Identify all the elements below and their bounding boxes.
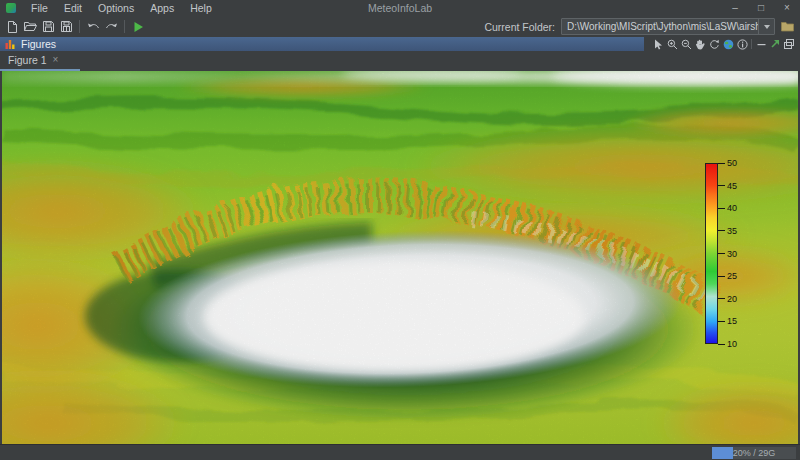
memory-usage-widget[interactable]: 20% / 29G <box>712 447 796 459</box>
figures-panel-titlebar[interactable]: Figures <box>0 37 644 51</box>
panel-minimize-button[interactable] <box>754 38 768 51</box>
window-controls: – □ × <box>722 0 800 16</box>
dock-windows-icon <box>784 39 794 49</box>
colorbar-gradient <box>705 163 718 344</box>
zoom-out-icon <box>681 39 692 50</box>
volume-render-scene <box>2 71 798 444</box>
undo-icon <box>87 22 100 32</box>
globe-icon <box>723 39 734 50</box>
memory-usage-text: 20% / 29G <box>712 447 796 459</box>
zoom-in-icon <box>667 39 678 50</box>
current-folder-combobox[interactable]: D:\Working\MIScript\Jython\mis\LaSW\airs… <box>561 18 775 35</box>
save-as-button[interactable] <box>57 18 75 35</box>
menu-file[interactable]: File <box>23 0 56 16</box>
menu-help[interactable]: Help <box>182 0 220 16</box>
figures-chart-icon <box>5 39 16 49</box>
tab-figure-1[interactable]: Figure 1 × <box>0 51 66 69</box>
full-extent-tool-button[interactable] <box>721 38 735 51</box>
app-logo-icon <box>6 3 16 13</box>
maximize-button[interactable]: □ <box>748 0 774 16</box>
undo-button[interactable] <box>84 18 102 35</box>
meteoinfolab-window: File Edit Options Apps Help MeteoInfoLab… <box>0 0 800 460</box>
titlebar: File Edit Options Apps Help MeteoInfoLab… <box>0 0 800 16</box>
panel-dock-button[interactable] <box>782 38 796 51</box>
float-arrow-icon <box>770 39 780 49</box>
menu-apps[interactable]: Apps <box>142 0 182 16</box>
figures-toolbar <box>644 37 800 51</box>
statusbar: 20% / 29G <box>0 444 800 460</box>
tab-close-icon[interactable]: × <box>53 55 59 65</box>
chevron-down-icon <box>764 25 770 29</box>
figure-tabbar: Figure 1 × <box>0 51 800 71</box>
colorbar-legend: 504540353025201510 <box>705 163 739 344</box>
tab-figure-1-label: Figure 1 <box>8 54 47 66</box>
browse-folder-button[interactable] <box>778 18 796 35</box>
close-button[interactable]: × <box>774 0 800 16</box>
current-folder-group: Current Folder: D:\Working\MIScript\Jyth… <box>484 18 796 35</box>
rotate-icon <box>709 39 720 50</box>
menu-edit[interactable]: Edit <box>56 0 90 16</box>
zoom-out-tool-button[interactable] <box>679 38 693 51</box>
save-icon <box>43 21 54 32</box>
identify-info-icon <box>737 39 748 50</box>
pan-hand-icon <box>695 39 705 50</box>
panel-float-button[interactable] <box>768 38 782 51</box>
pan-tool-button[interactable] <box>693 38 707 51</box>
save-as-icon <box>61 21 72 32</box>
figures-panel-title: Figures <box>21 38 56 50</box>
rotate-tool-button[interactable] <box>707 38 721 51</box>
new-file-button[interactable] <box>3 18 21 35</box>
identify-tool-button[interactable] <box>735 38 749 51</box>
save-button[interactable] <box>39 18 57 35</box>
browse-folder-icon <box>781 21 794 32</box>
current-folder-label: Current Folder: <box>484 21 555 33</box>
figure-canvas[interactable]: 504540353025201510 <box>2 71 798 444</box>
zoom-in-tool-button[interactable] <box>665 38 679 51</box>
run-script-button[interactable] <box>129 18 147 35</box>
combo-dropdown-button[interactable] <box>758 19 774 34</box>
panel-minimize-icon <box>757 40 766 49</box>
new-file-icon <box>7 21 18 33</box>
redo-button[interactable] <box>102 18 120 35</box>
select-tool-button[interactable] <box>651 38 665 51</box>
main-toolbar: Current Folder: D:\Working\MIScript\Jyth… <box>0 16 800 38</box>
run-icon <box>133 21 144 33</box>
menu-options[interactable]: Options <box>90 0 142 16</box>
open-folder-icon <box>24 21 37 32</box>
redo-icon <box>105 22 118 32</box>
open-folder-button[interactable] <box>21 18 39 35</box>
minimize-button[interactable]: – <box>722 0 748 16</box>
figures-panel-header: Figures <box>0 37 800 51</box>
select-cursor-icon <box>653 39 663 50</box>
colorbar-ticks: 504540353025201510 <box>718 163 739 344</box>
current-folder-value: D:\Working\MIScript\Jython\mis\LaSW\airs… <box>562 21 758 32</box>
